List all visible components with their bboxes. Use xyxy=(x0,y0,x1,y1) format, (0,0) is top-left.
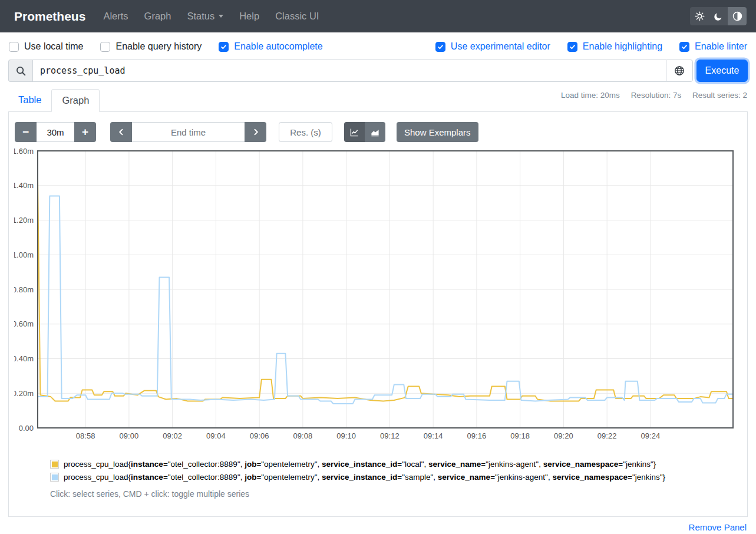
dark-theme-button[interactable] xyxy=(709,7,728,25)
line-chart-icon xyxy=(350,128,359,137)
stacked-chart-button[interactable] xyxy=(365,122,385,142)
x-axis-label: 09:06 xyxy=(250,431,269,440)
x-axis-label: 09:14 xyxy=(424,431,443,440)
checkbox-enable-linter[interactable]: Enable linter xyxy=(679,41,747,52)
x-axis-label: 09:12 xyxy=(380,431,400,440)
x-axis-label: 09:00 xyxy=(120,431,139,440)
caret-down-icon xyxy=(219,15,223,18)
nav-item-graph[interactable]: Graph xyxy=(144,11,171,22)
y-axis-label: 0.80m xyxy=(14,285,34,294)
sun-icon xyxy=(695,11,705,21)
theme-toggle-group xyxy=(690,7,747,25)
moon-icon xyxy=(714,12,723,21)
unchecked-checkbox-icon[interactable] xyxy=(100,42,110,52)
range-increase-button[interactable]: + xyxy=(74,122,96,142)
range-decrease-button[interactable]: − xyxy=(15,122,37,142)
checkbox-label: Enable linter xyxy=(695,41,747,52)
line-chart-button[interactable] xyxy=(344,122,365,142)
y-axis-label: 0.60m xyxy=(14,319,34,328)
x-axis-label: 09:18 xyxy=(510,431,530,440)
checkbox-use-local-time[interactable]: Use local time xyxy=(9,41,83,52)
legend-label: process_cpu_load{instance="otel_collecto… xyxy=(64,460,656,469)
legend-swatch-icon xyxy=(50,460,59,469)
legend-swatch-icon xyxy=(50,473,59,482)
graph-controls: − + xyxy=(15,122,742,142)
checkbox-use-experimental-editor[interactable]: Use experimental editor xyxy=(435,41,550,52)
nav-item-classic-ui[interactable]: Classic UI xyxy=(275,11,319,22)
show-exemplars-button[interactable]: Show Exemplars xyxy=(397,122,478,142)
checkbox-label: Use experimental editor xyxy=(451,41,550,52)
execute-button[interactable]: Execute xyxy=(696,60,748,82)
brand-prometheus[interactable]: Prometheus xyxy=(14,9,85,24)
x-axis-label: 09:10 xyxy=(336,431,356,440)
range-group: − + xyxy=(15,122,96,142)
tabs: Table Graph xyxy=(8,89,748,112)
x-axis-label: 09:24 xyxy=(641,431,661,440)
chart-legend: process_cpu_load{instance="otel_collecto… xyxy=(50,460,742,482)
tab-table[interactable]: Table xyxy=(8,89,51,111)
chart-type-toggle xyxy=(344,122,385,142)
options-row: Use local timeEnable query historyEnable… xyxy=(9,41,747,52)
range-input[interactable] xyxy=(37,122,74,142)
nav-item-help[interactable]: Help xyxy=(239,11,259,22)
checkbox-label: Enable query history xyxy=(115,41,202,52)
time-series-chart[interactable]: 0.000.20m0.40m0.60m0.80m1.00m1.20m1.40m1… xyxy=(14,147,742,446)
query-bar: Execute xyxy=(8,60,748,82)
nav-links: AlertsGraphStatusHelpClassic UI xyxy=(103,11,335,22)
metrics-explorer-button[interactable] xyxy=(666,60,693,82)
y-axis-label: 0.40m xyxy=(14,354,34,363)
chevron-right-icon xyxy=(252,128,260,136)
chevron-left-icon xyxy=(117,128,126,136)
y-axis-label: 1.40m xyxy=(14,181,34,190)
search-addon xyxy=(8,60,32,82)
checkbox-label: Enable autocomplete xyxy=(234,41,322,52)
x-axis-label: 09:20 xyxy=(554,431,573,440)
checkbox-label: Use local time xyxy=(24,41,83,52)
x-axis-label: 09:22 xyxy=(597,431,617,440)
checkbox-enable-query-history[interactable]: Enable query history xyxy=(100,41,202,52)
unchecked-checkbox-icon[interactable] xyxy=(9,42,19,52)
remove-panel-link[interactable]: Remove Panel xyxy=(689,522,747,532)
graph-panel: − + xyxy=(8,112,748,517)
search-icon xyxy=(16,66,26,76)
checked-checkbox-icon[interactable] xyxy=(219,42,229,52)
stacked-chart-icon xyxy=(371,128,379,137)
checked-checkbox-icon[interactable] xyxy=(679,42,689,52)
y-axis-label: 0.00 xyxy=(19,424,34,433)
auto-theme-button[interactable] xyxy=(728,7,747,25)
checked-checkbox-icon[interactable] xyxy=(435,42,445,52)
y-axis-label: 1.60m xyxy=(14,147,34,156)
nav-item-alerts[interactable]: Alerts xyxy=(103,11,128,22)
time-back-button[interactable] xyxy=(110,122,132,142)
panel-footer: Remove Panel xyxy=(0,522,747,533)
y-axis-label: 1.00m xyxy=(14,250,34,259)
x-axis-label: 09:16 xyxy=(467,431,487,440)
nav-item-status[interactable]: Status xyxy=(187,11,223,22)
checkbox-enable-autocomplete[interactable]: Enable autocomplete xyxy=(219,41,322,52)
legend-hint: Click: select series, CMD + click: toggl… xyxy=(50,489,742,499)
end-time-group xyxy=(110,122,266,142)
legend-entry[interactable]: process_cpu_load{instance="otel_collecto… xyxy=(50,473,742,482)
y-axis-label: 0.20m xyxy=(14,389,34,398)
light-theme-button[interactable] xyxy=(690,7,709,25)
checked-checkbox-icon[interactable] xyxy=(567,42,577,52)
end-time-input[interactable] xyxy=(132,122,245,142)
query-input[interactable] xyxy=(32,60,666,82)
panel-container: Table Graph − + xyxy=(8,89,748,517)
options-left: Use local timeEnable query historyEnable… xyxy=(9,41,323,52)
checkbox-label: Enable highlighting xyxy=(583,41,662,52)
time-forward-button[interactable] xyxy=(245,122,266,142)
checkbox-enable-highlighting[interactable]: Enable highlighting xyxy=(567,41,662,52)
legend-entry[interactable]: process_cpu_load{instance="otel_collecto… xyxy=(50,460,742,469)
resolution-input[interactable] xyxy=(279,122,332,142)
legend-label: process_cpu_load{instance="otel_collecto… xyxy=(64,473,665,482)
x-axis-label: 08:58 xyxy=(76,431,95,440)
globe-icon xyxy=(674,65,685,76)
tab-graph[interactable]: Graph xyxy=(51,89,100,112)
x-axis-label: 09:02 xyxy=(163,431,182,440)
x-axis-label: 09:08 xyxy=(293,431,313,440)
circle-half-icon xyxy=(732,11,742,21)
navbar: Prometheus AlertsGraphStatusHelpClassic … xyxy=(0,0,756,32)
y-axis-label: 1.20m xyxy=(14,216,34,225)
x-axis-label: 09:04 xyxy=(206,431,226,440)
